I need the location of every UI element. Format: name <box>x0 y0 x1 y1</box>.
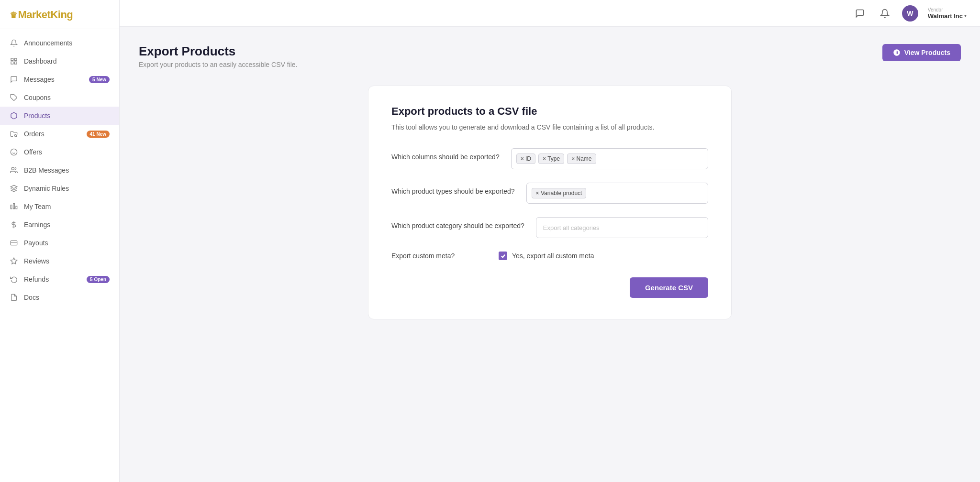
crown-icon: ♛ <box>10 11 17 20</box>
custom-meta-checkbox-label: Yes, export all custom meta <box>512 252 594 260</box>
chat-header-icon[interactable] <box>852 6 868 21</box>
sidebar-item-earnings[interactable]: Earnings <box>0 216 119 234</box>
product-types-row: Which product types should be exported? … <box>391 183 708 204</box>
sidebar-item-my-team[interactable]: My Team <box>0 197 119 216</box>
view-products-label: View Products <box>904 49 950 56</box>
sidebar-item-label: Dashboard <box>24 57 57 65</box>
notification-icon[interactable] <box>877 6 892 21</box>
columns-input[interactable]: × ID × Type × Name <box>511 148 708 169</box>
sidebar-item-reviews[interactable]: Reviews <box>0 252 119 270</box>
orders-icon <box>10 130 18 138</box>
sidebar-item-docs[interactable]: Docs <box>0 288 119 307</box>
sidebar-item-label: Orders <box>24 130 45 138</box>
chat-icon <box>10 75 18 84</box>
svg-rect-2 <box>11 62 13 64</box>
custom-meta-row: Export custom meta? Yes, export all cust… <box>391 252 708 260</box>
refunds-icon <box>10 275 18 284</box>
grid-icon <box>10 57 18 66</box>
header: W Vendor Walmart Inc ▾ <box>120 0 980 27</box>
category-input[interactable]: Export all categories <box>536 217 708 238</box>
svg-point-5 <box>14 134 16 136</box>
sidebar-item-announcements[interactable]: Announcements <box>0 34 119 52</box>
box-icon <box>10 111 18 120</box>
sidebar-item-label: Messages <box>24 76 55 83</box>
refunds-badge: 5 Open <box>87 276 110 283</box>
sidebar-item-orders[interactable]: Orders 41 New <box>0 125 119 143</box>
sidebar-item-b2b-messages[interactable]: B2B Messages <box>0 161 119 179</box>
sidebar-item-label: Products <box>24 112 50 120</box>
columns-label: Which columns should be exported? <box>391 148 500 161</box>
logo-part2: King <box>50 9 73 21</box>
custom-meta-label: Export custom meta? <box>391 252 487 260</box>
category-row: Which product category should be exporte… <box>391 217 708 238</box>
offers-icon <box>10 148 18 156</box>
custom-meta-checkbox-control: Yes, export all custom meta <box>499 252 594 260</box>
generate-csv-button[interactable]: Generate CSV <box>630 277 708 298</box>
tag-variable-product: × Variable product <box>532 188 587 198</box>
b2b-icon <box>10 166 18 175</box>
vendor-name: Walmart Inc ▾ <box>928 12 967 20</box>
tag-id: × ID <box>516 153 535 164</box>
chevron-down-icon: ▾ <box>964 13 967 18</box>
page-header: Export Products Export your products to … <box>139 44 961 68</box>
view-products-button[interactable]: View Products <box>882 44 961 61</box>
sidebar-item-products[interactable]: Products <box>0 107 119 125</box>
earnings-icon <box>10 220 18 229</box>
reviews-icon <box>10 257 18 265</box>
tag-label: × Variable product <box>536 190 582 197</box>
sidebar: ♛MarketKing Announcements Dashboard Mess… <box>0 0 120 482</box>
svg-rect-3 <box>14 62 17 64</box>
sidebar-item-dynamic-rules[interactable]: Dynamic Rules <box>0 179 119 197</box>
page-subtitle: Export your products to an easily access… <box>139 61 298 68</box>
svg-rect-11 <box>11 205 12 209</box>
custom-meta-checkbox[interactable] <box>499 252 507 260</box>
tag-label: × Type <box>543 155 560 162</box>
team-icon <box>10 202 18 211</box>
svg-rect-0 <box>11 58 13 61</box>
tag-name: × Name <box>567 153 596 164</box>
orders-badge: 41 New <box>87 131 110 138</box>
messages-badge: 5 New <box>89 76 110 83</box>
sidebar-item-payouts[interactable]: Payouts <box>0 234 119 252</box>
export-card: Export products to a CSV file This tool … <box>368 86 732 319</box>
tag-type: × Type <box>538 153 564 164</box>
sidebar-item-label: Docs <box>24 294 39 301</box>
logo: ♛MarketKing <box>0 0 119 29</box>
sidebar-item-refunds[interactable]: Refunds 5 Open <box>0 270 119 288</box>
category-placeholder: Export all categories <box>543 224 600 231</box>
bell-icon <box>10 39 18 47</box>
vendor-info[interactable]: Vendor Walmart Inc ▾ <box>928 7 967 20</box>
docs-icon <box>10 293 18 302</box>
page-header-text: Export Products Export your products to … <box>139 44 298 68</box>
sidebar-item-label: Announcements <box>24 39 72 47</box>
sidebar-item-label: Payouts <box>24 239 48 247</box>
sidebar-item-offers[interactable]: Offers <box>0 143 119 161</box>
sidebar-item-label: Dynamic Rules <box>24 185 69 192</box>
svg-marker-17 <box>11 258 17 264</box>
svg-rect-15 <box>11 241 17 245</box>
logo-part1: Market <box>18 9 51 21</box>
columns-row: Which columns should be exported? × ID ×… <box>391 148 708 169</box>
product-types-input[interactable]: × Variable product <box>526 183 708 204</box>
sidebar-item-label: My Team <box>24 203 51 210</box>
tag-label: × ID <box>521 155 531 162</box>
sidebar-nav: Announcements Dashboard Messages 5 New C… <box>0 29 119 482</box>
main-content: Export Products Export your products to … <box>120 27 980 482</box>
svg-rect-13 <box>16 206 17 208</box>
sidebar-item-label: Reviews <box>24 257 49 265</box>
tag-label: × Name <box>571 155 591 162</box>
avatar[interactable]: W <box>902 5 918 22</box>
sidebar-item-label: Offers <box>24 148 42 156</box>
svg-marker-10 <box>11 185 17 188</box>
sidebar-item-messages[interactable]: Messages 5 New <box>0 70 119 88</box>
main-wrapper: W Vendor Walmart Inc ▾ Export Products E… <box>120 0 980 482</box>
svg-point-9 <box>11 167 14 170</box>
svg-rect-1 <box>14 58 17 61</box>
sidebar-item-coupons[interactable]: Coupons <box>0 88 119 107</box>
page-title: Export Products <box>139 44 298 59</box>
sidebar-item-dashboard[interactable]: Dashboard <box>0 52 119 70</box>
svg-point-6 <box>11 149 17 155</box>
tag-icon <box>10 93 18 102</box>
product-types-label: Which product types should be exported? <box>391 183 515 195</box>
category-label: Which product category should be exporte… <box>391 217 524 230</box>
